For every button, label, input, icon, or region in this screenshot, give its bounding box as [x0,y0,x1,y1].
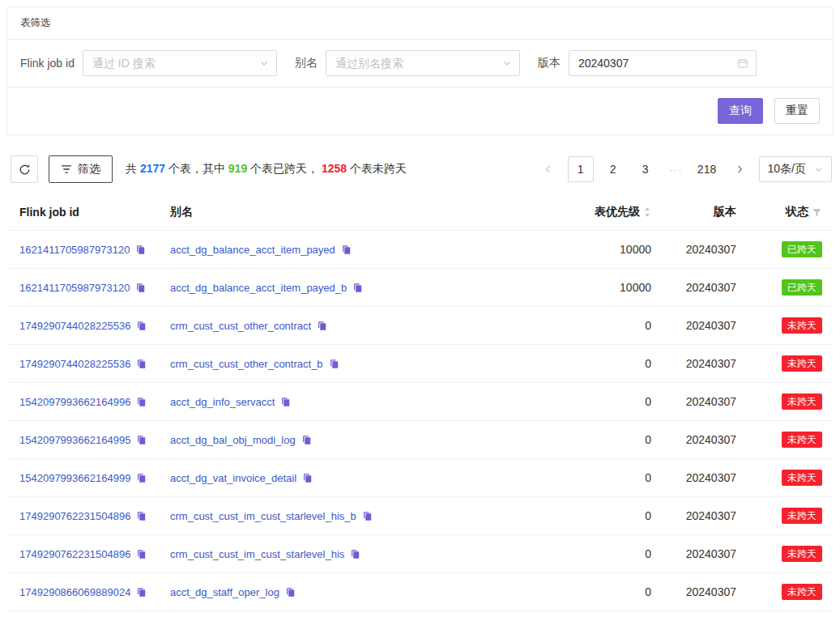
alias-link[interactable]: crm_cust_cust_other_contract_b [170,358,323,370]
copy-icon[interactable] [302,473,313,483]
copy-icon[interactable] [350,549,360,559]
copy-icon[interactable] [136,359,147,369]
copy-icon[interactable] [136,549,147,559]
status-badge: 已跨天 [782,241,822,257]
flink-job-id-link[interactable]: 1749290744028225536 [19,358,130,370]
copy-icon[interactable] [362,511,373,521]
status-badge: 未跨天 [782,432,822,448]
table-row: 1749290744028225536 crm_cust_cust_other_… [6,345,834,383]
flink-job-id-link[interactable]: 1749290762231504896 [19,548,130,560]
funnel-filter-icon[interactable] [812,207,822,218]
header-status-filterable[interactable]: 状态 [743,194,834,231]
flink-job-id-link[interactable]: 1542097993662164996 [19,396,130,408]
alias-link[interactable]: acct_dg_bal_obj_modi_log [170,434,296,446]
table-header-row: Flink job id 别名 表优先级 版本 状态 [6,194,834,231]
page-ellipsis[interactable]: ··· [665,164,688,176]
summary-text: 共 [126,162,140,175]
version-cell: 20240307 [658,269,743,307]
version-cell: 20240307 [658,535,743,573]
prev-page-button[interactable] [535,156,561,182]
flink-job-id-link[interactable]: 1542097993662164995 [19,434,130,446]
status-badge: 未跨天 [782,393,822,410]
alias-link[interactable]: acct_dg_balance_acct_item_payed_b [170,282,347,294]
flink-job-id-link[interactable]: 1749290762231504896 [19,510,130,522]
total-count: 2177 [140,162,165,175]
copy-icon[interactable] [280,397,291,407]
copy-icon[interactable] [301,435,312,445]
version-cell: 20240307 [658,421,743,459]
header-priority-sortable[interactable]: 表优先级 [552,194,658,231]
priority-cell: 0 [552,535,658,573]
filter-lines-icon [61,164,72,175]
flink-job-id-link[interactable]: 1749290744028225536 [19,320,130,332]
copy-icon[interactable] [135,283,146,293]
priority-cell: 0 [552,421,658,459]
alias-link[interactable]: acct_dg_balance_acct_item_payed [170,244,335,256]
chevron-down-icon [259,58,269,68]
chevron-down-icon [502,58,512,68]
flink-job-id-input[interactable] [92,57,252,70]
alias-link[interactable]: acct_dg_info_servacct [170,396,275,408]
page-button-2[interactable]: 2 [600,156,626,182]
copy-icon[interactable] [352,283,363,293]
page-button-3[interactable]: 3 [633,156,659,182]
alias-link[interactable]: acct_dg_vat_invoice_detail [170,472,296,484]
status-badge: 未跨天 [782,584,822,600]
priority-cell: 10000 [552,231,658,269]
version-cell: 20240307 [658,497,743,535]
page-button-1[interactable]: 1 [568,156,594,182]
refresh-icon [19,164,31,176]
alias-link[interactable]: acct_dg_staff_oper_log [170,586,279,598]
reset-button[interactable]: 重置 [774,98,820,124]
refresh-button[interactable] [11,155,38,183]
flink-job-id-link[interactable]: 1621411705987973120 [19,244,130,256]
copy-icon[interactable] [136,587,147,598]
search-button[interactable]: 查询 [718,98,763,124]
status-badge: 未跨天 [782,546,822,562]
version-date-picker[interactable] [569,50,757,76]
crossed-count: 919 [228,162,247,175]
filter-toggle-label: 筛选 [78,162,100,177]
calendar-icon [737,57,748,69]
priority-cell: 10000 [552,269,658,307]
table-row: 1749290744028225536 crm_cust_cust_other_… [6,307,834,345]
copy-icon[interactable] [329,359,339,369]
alias-link[interactable]: crm_cust_cust_other_contract [170,320,311,332]
version-date-input[interactable] [578,57,731,70]
version-label: 版本 [538,56,561,70]
alias-label: 别名 [295,56,318,70]
flink-job-id-select[interactable] [83,50,277,76]
copy-icon[interactable] [317,321,327,331]
priority-cell: 0 [552,307,658,345]
version-cell: 20240307 [658,383,743,421]
table-row: 1542097993662164999 acct_dg_vat_invoice_… [6,459,834,497]
copy-icon[interactable] [136,321,147,331]
next-page-button[interactable] [727,156,753,182]
status-badge: 未跨天 [782,470,822,486]
alias-select[interactable] [326,50,520,76]
version-cell: 20240307 [658,345,743,383]
version-field: 版本 [538,50,757,76]
flink-job-id-link[interactable]: 1621411705987973120 [19,282,130,294]
flink-job-id-link[interactable]: 1542097993662164999 [19,472,130,484]
version-cell: 20240307 [658,459,743,497]
priority-cell: 0 [552,573,658,611]
copy-icon[interactable] [136,435,147,445]
results-table: Flink job id 别名 表优先级 版本 状态 1621411705987… [6,194,834,611]
table-row: 1621411705987973120 acct_dg_balance_acct… [6,231,834,269]
copy-icon[interactable] [136,397,147,407]
alias-link[interactable]: crm_cust_cust_im_cust_starlevel_his [170,548,344,560]
copy-icon[interactable] [136,473,147,483]
copy-icon[interactable] [341,245,352,255]
copy-icon[interactable] [285,587,296,598]
flink-job-id-link[interactable]: 1749290866069889024 [19,586,130,598]
alias-input[interactable] [335,57,495,70]
page-size-select[interactable]: 10条/页 [759,156,832,182]
copy-icon[interactable] [136,511,147,521]
filter-toggle-button[interactable]: 筛选 [49,155,113,183]
chevron-down-icon [814,165,823,174]
page-button-last[interactable]: 218 [694,156,720,182]
alias-link[interactable]: crm_cust_cust_im_cust_starlevel_his_b [170,510,356,522]
header-version: 版本 [658,194,743,231]
copy-icon[interactable] [135,245,146,255]
